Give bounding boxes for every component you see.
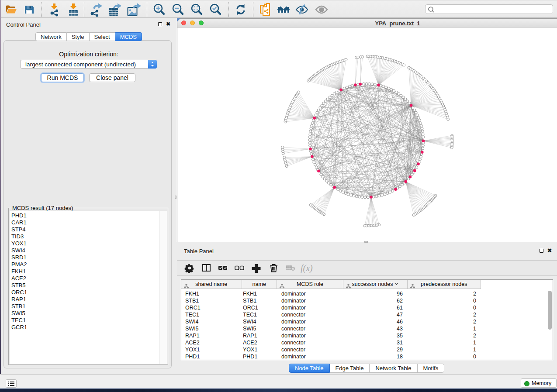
svg-text:f(x): f(x) — [301, 263, 313, 273]
